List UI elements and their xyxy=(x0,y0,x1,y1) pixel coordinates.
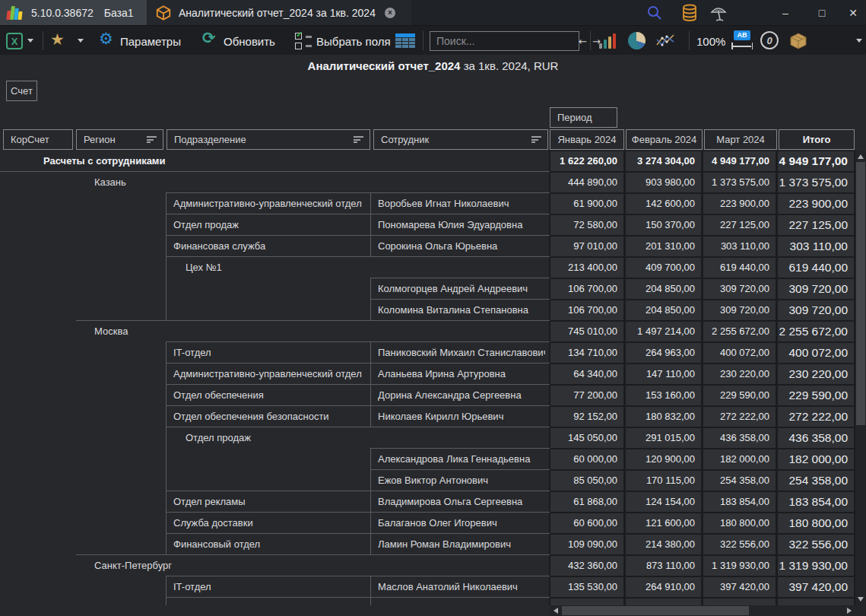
vertical-scrollbar-thumb[interactable] xyxy=(856,162,865,425)
pivot-value-cell[interactable]: 2 255 672,00 xyxy=(703,322,776,341)
pivot-value-cell[interactable]: 619 440,00 xyxy=(778,258,854,278)
pivot-value-cell[interactable]: 1 373 575,00 xyxy=(778,173,854,192)
table-view-icon[interactable] xyxy=(395,33,415,48)
pivot-value-cell[interactable] xyxy=(550,599,623,605)
pivot-value-cell[interactable] xyxy=(703,599,776,605)
bar-chart-icon[interactable] xyxy=(599,33,617,49)
pivot-value-cell[interactable]: 3 274 304,00 xyxy=(626,151,701,171)
favorites-dropdown-caret-icon[interactable] xyxy=(78,39,84,43)
scroll-left-icon[interactable] xyxy=(554,608,558,614)
pivot-value-cell[interactable]: 204 850,00 xyxy=(626,300,701,320)
pivot-value-cell[interactable]: 309 720,00 xyxy=(778,300,854,320)
pivot-value-cell[interactable]: 1 373 575,00 xyxy=(703,173,776,192)
tab-close-icon[interactable]: × xyxy=(385,8,395,18)
pivot-value-cell[interactable]: 227 125,00 xyxy=(703,215,776,235)
pivot-value-cell[interactable]: 61 868,00 xyxy=(550,492,623,512)
sort-icon[interactable] xyxy=(147,136,157,144)
pivot-value-cell[interactable]: 97 010,00 xyxy=(550,237,623,256)
pivot-value-cell[interactable]: 121 600,00 xyxy=(626,513,701,533)
pivot-value-cell[interactable]: 227 125,00 xyxy=(778,215,854,235)
pivot-value-cell[interactable]: 183 854,00 xyxy=(778,492,854,512)
pivot-value-cell[interactable]: 150 370,00 xyxy=(626,215,701,235)
zoom-level[interactable]: 100% xyxy=(696,35,725,48)
pivot-row-label-region[interactable]: Казань xyxy=(94,172,535,193)
pivot-value-cell[interactable] xyxy=(778,599,854,605)
filter-account-button[interactable]: Счет xyxy=(6,81,37,101)
pivot-value-cell[interactable]: 61 900,00 xyxy=(550,194,623,214)
pivot-cell-employee[interactable]: Воробьев Игнат Николаевич xyxy=(378,193,545,214)
pivot-value-cell[interactable]: 230 220,00 xyxy=(778,364,854,384)
pivot-value-cell[interactable]: 145 050,00 xyxy=(550,428,623,448)
pivot-value-cell[interactable]: 397 420,00 xyxy=(778,577,854,597)
pivot-value-cell[interactable]: 272 222,00 xyxy=(703,407,776,427)
pivot-cell-department[interactable]: IT-отдел xyxy=(173,576,366,598)
pivot-value-cell[interactable]: 170 115,00 xyxy=(626,471,701,491)
pivot-value-cell[interactable]: 109 090,00 xyxy=(550,535,623,554)
search-prev-icon[interactable]: ← xyxy=(579,36,587,47)
pivot-value-cell[interactable]: 400 072,00 xyxy=(778,343,854,363)
pivot-cell-department[interactable]: Финансовая служба xyxy=(173,236,366,257)
pivot-value-cell[interactable]: 444 890,00 xyxy=(550,173,623,192)
pivot-value-cell[interactable]: 322 556,00 xyxy=(703,535,776,554)
pivot-value-cell[interactable]: 254 358,00 xyxy=(703,471,776,491)
pivot-value-cell[interactable]: 180 800,00 xyxy=(778,513,854,533)
pivot-value-cell[interactable]: 229 590,00 xyxy=(778,386,854,405)
pivot-value-cell[interactable]: 60 000,00 xyxy=(550,449,623,469)
horizontal-scrollbar[interactable] xyxy=(550,605,855,616)
pivot-cell-employee[interactable]: Пономарева Юлия Эдуардовна xyxy=(378,214,545,236)
header-employee[interactable]: Сотрудник xyxy=(373,129,548,150)
pivot-value-cell[interactable]: 142 600,00 xyxy=(626,194,701,214)
pivot-value-cell[interactable]: 436 358,00 xyxy=(703,428,776,448)
pivot-value-cell[interactable]: 182 000,00 xyxy=(703,449,776,469)
header-month-february[interactable]: Февраль 2024 xyxy=(626,129,703,150)
pivot-cell-employee[interactable]: Ламин Роман Владимирович xyxy=(378,534,545,555)
pivot-value-cell[interactable]: 106 700,00 xyxy=(550,300,623,320)
toolbar-overflow-caret-icon[interactable] xyxy=(856,39,862,43)
pivot-cell-department[interactable]: Отдел продаж xyxy=(173,214,366,236)
pivot-value-cell[interactable]: 400 072,00 xyxy=(703,343,776,363)
select-fields-button[interactable]: Выбрать поля xyxy=(316,35,391,48)
pivot-value-cell[interactable]: 291 015,00 xyxy=(626,428,701,448)
pivot-cell-employee[interactable]: Сорокина Ольга Юрьевна xyxy=(378,236,545,257)
pivot-value-cell[interactable]: 903 980,00 xyxy=(626,173,701,192)
pivot-value-cell[interactable]: 4 949 177,00 xyxy=(703,151,776,171)
pivot-value-cell[interactable]: 134 710,00 xyxy=(550,343,623,363)
window-close-button[interactable]: ✕ xyxy=(840,0,866,25)
pivot-value-cell[interactable]: 1 319 930,00 xyxy=(703,556,776,576)
pivot-value-cell[interactable] xyxy=(626,599,701,605)
pivot-cell-employee[interactable]: Александрова Лика Геннадьевна xyxy=(378,449,545,470)
excel-dropdown-caret-icon[interactable] xyxy=(27,39,33,43)
horizontal-scrollbar-thumb[interactable] xyxy=(562,606,749,615)
pivot-value-cell[interactable]: 1 319 930,00 xyxy=(778,556,854,576)
umbrella-icon[interactable] xyxy=(709,4,728,22)
pivot-value-cell[interactable]: 213 400,00 xyxy=(550,258,623,278)
pivot-value-cell[interactable]: 72 580,00 xyxy=(550,215,623,235)
pivot-value-cell[interactable]: 124 154,00 xyxy=(626,492,701,512)
header-month-march[interactable]: Март 2024 xyxy=(704,129,777,150)
pivot-cell-department[interactable]: Отдел рекламы xyxy=(173,491,366,513)
pivot-value-cell[interactable]: 436 358,00 xyxy=(778,428,854,448)
pivot-value-cell[interactable]: 229 590,00 xyxy=(703,386,776,405)
pivot-cell-employee[interactable]: Аланьева Ирина Артуровна xyxy=(378,364,545,385)
pivot-cell-department[interactable]: Отдел обеспечения безопасности xyxy=(173,406,366,427)
gear-icon[interactable]: ⚙ xyxy=(99,30,113,48)
pivot-value-cell[interactable]: 77 200,00 xyxy=(550,386,623,405)
search-input[interactable] xyxy=(430,35,574,47)
pivot-value-cell[interactable]: 214 380,00 xyxy=(626,535,701,554)
pivot-cell-department[interactable]: Финансовый отдел xyxy=(173,534,366,555)
pivot-cell-department[interactable]: Служба доставки xyxy=(173,513,366,534)
header-period-group[interactable]: Период xyxy=(550,107,617,128)
header-korschet[interactable]: КорСчет xyxy=(3,129,73,150)
pivot-value-cell[interactable]: 180 800,00 xyxy=(703,513,776,533)
pivot-row-label-department-group[interactable]: Цех №1 xyxy=(186,257,535,278)
pivot-value-cell[interactable]: 60 600,00 xyxy=(550,513,623,533)
refresh-button[interactable]: Обновить xyxy=(224,35,275,48)
pivot-value-cell[interactable]: 183 854,00 xyxy=(703,492,776,512)
pivot-cell-employee[interactable]: Балаганов Олег Игоревич xyxy=(378,513,545,534)
pivot-value-cell[interactable]: 182 000,00 xyxy=(778,449,854,469)
pivot-cell-employee[interactable]: Колмогорцев Андрей Андреевич xyxy=(378,278,545,300)
database-icon[interactable] xyxy=(680,4,699,22)
hide-zero-icon[interactable]: 0 xyxy=(760,31,779,49)
column-width-icon[interactable]: AB xyxy=(731,30,753,50)
favorites-star-icon[interactable]: ★ xyxy=(50,30,65,49)
